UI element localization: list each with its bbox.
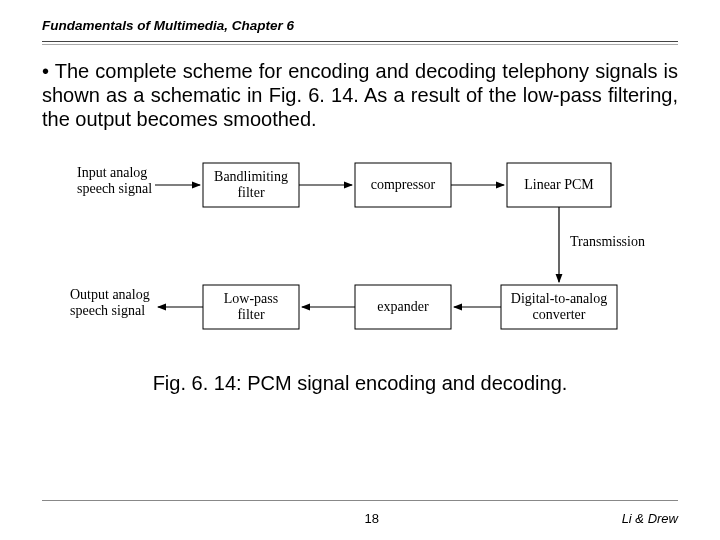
box-bandlimiting-l1: Bandlimiting xyxy=(214,169,288,184)
input-label-l2: speech signal xyxy=(77,181,152,196)
footer-authors: Li & Drew xyxy=(622,511,678,526)
bullet-icon: • xyxy=(42,59,49,83)
slide-footer: 18 Li & Drew xyxy=(0,500,720,526)
box-lowpass-l2: filter xyxy=(237,307,265,322)
header-divider xyxy=(42,41,678,45)
slide-header: Fundamentals of Multimedia, Chapter 6 xyxy=(0,0,720,39)
pcm-diagram: Input analog speech signal Bandlimiting … xyxy=(65,149,655,354)
body-paragraph: • The complete scheme for encoding and d… xyxy=(42,59,678,131)
transmission-label: Transmission xyxy=(570,234,645,249)
box-compressor-label: compressor xyxy=(371,177,436,192)
box-lowpass-l1: Low-pass xyxy=(224,291,278,306)
box-bandlimiting-l2: filter xyxy=(237,185,265,200)
body-text-content: The complete scheme for encoding and dec… xyxy=(42,60,678,130)
box-linear-pcm-label: Linear PCM xyxy=(524,177,594,192)
page-number: 18 xyxy=(122,511,622,526)
box-dac-l2: converter xyxy=(533,307,586,322)
footer-divider xyxy=(42,500,678,501)
box-expander-label: expander xyxy=(377,299,429,314)
input-label-l1: Input analog xyxy=(77,165,147,180)
box-dac-l1: Digital-to-analog xyxy=(511,291,607,306)
output-label-l1: Output analog xyxy=(70,287,150,302)
figure-caption: Fig. 6. 14: PCM signal encoding and deco… xyxy=(0,372,720,395)
output-label-l2: speech signal xyxy=(70,303,145,318)
